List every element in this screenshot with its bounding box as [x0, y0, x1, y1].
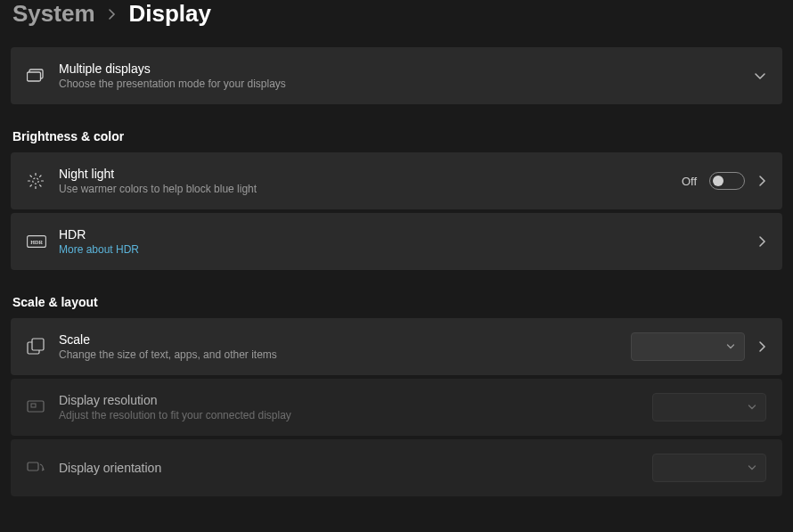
svg-line-8 — [40, 185, 41, 186]
svg-line-7 — [30, 176, 31, 176]
svg-line-9 — [30, 185, 31, 186]
chevron-down-icon — [726, 343, 735, 350]
night-light-icon — [27, 172, 59, 190]
breadcrumb-current: Display — [129, 0, 212, 28]
display-resolution-row: Display resolution Adjust the resolution… — [11, 379, 782, 436]
scale-title: Scale — [59, 332, 631, 347]
resolution-select[interactable] — [652, 393, 766, 422]
svg-rect-17 — [28, 462, 38, 471]
multiple-displays-row[interactable]: Multiple displays Choose the presentatio… — [11, 47, 782, 104]
orientation-select[interactable] — [652, 454, 766, 482]
hdr-more-link[interactable]: More about HDR — [59, 243, 757, 256]
chevron-right-icon — [757, 235, 766, 248]
hdr-title: HDR — [59, 227, 757, 241]
multiple-displays-title: Multiple displays — [59, 61, 754, 76]
chevron-down-icon — [754, 71, 766, 80]
svg-rect-16 — [31, 404, 36, 407]
night-light-sub: Use warmer colors to help block blue lig… — [59, 183, 682, 195]
breadcrumb-parent[interactable]: System — [12, 0, 95, 28]
chevron-down-icon — [748, 404, 756, 411]
night-light-row[interactable]: Night light Use warmer colors to help bl… — [11, 152, 782, 209]
orientation-title: Display orientation — [59, 461, 652, 475]
chevron-down-icon — [748, 464, 756, 471]
svg-text:HDR: HDR — [30, 239, 43, 245]
scale-sub: Change the size of text, apps, and other… — [59, 348, 631, 361]
svg-rect-1 — [28, 72, 41, 81]
night-light-toggle[interactable] — [709, 172, 745, 190]
orientation-icon — [27, 460, 59, 476]
resolution-sub: Adjust the resolution to fit your connec… — [59, 409, 652, 422]
chevron-right-icon — [757, 340, 766, 353]
section-brightness-color: Brightness & color — [12, 129, 782, 143]
breadcrumb: System Display — [11, 0, 782, 47]
hdr-icon: HDR — [27, 235, 59, 248]
svg-rect-14 — [32, 339, 44, 350]
night-light-title: Night light — [59, 167, 682, 181]
display-orientation-row: Display orientation — [11, 439, 782, 496]
resolution-title: Display resolution — [59, 393, 652, 407]
svg-line-10 — [40, 176, 41, 176]
multiple-displays-sub: Choose the presentation mode for your di… — [59, 78, 754, 90]
chevron-right-icon — [108, 8, 117, 20]
scale-row[interactable]: Scale Change the size of text, apps, and… — [11, 318, 782, 375]
resolution-icon — [27, 400, 59, 414]
night-light-toggle-label: Off — [682, 175, 697, 188]
scale-select[interactable] — [631, 332, 745, 361]
svg-point-2 — [33, 178, 38, 184]
section-scale-layout: Scale & layout — [12, 295, 782, 309]
hdr-row[interactable]: HDR HDR More about HDR — [11, 213, 782, 270]
scale-icon — [27, 338, 59, 356]
chevron-right-icon — [757, 175, 766, 187]
displays-icon — [27, 69, 59, 83]
